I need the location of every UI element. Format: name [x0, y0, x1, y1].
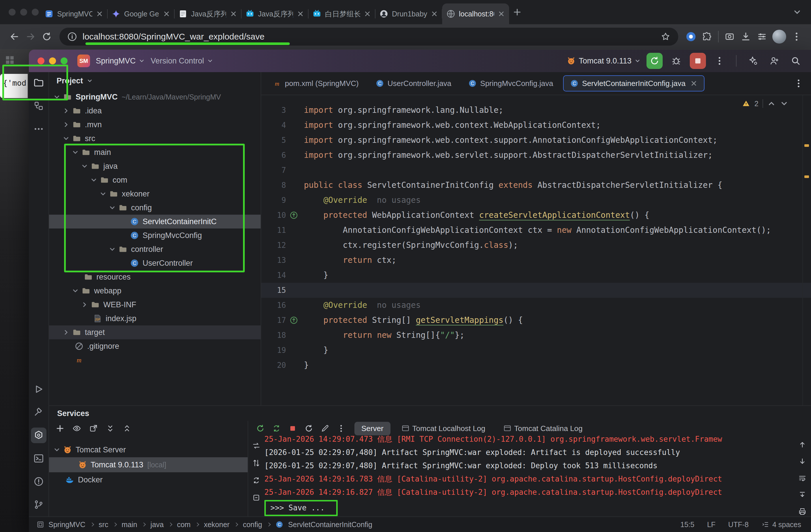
scroll-updown-button[interactable] [250, 457, 262, 469]
project-panel-header[interactable]: Project [49, 72, 261, 90]
run-button[interactable] [646, 53, 663, 69]
tree-item-config[interactable]: config [49, 201, 261, 215]
tree-item-partial[interactable]: m [49, 353, 261, 367]
project-switcher[interactable]: SpringMVC [96, 57, 145, 65]
browser-tab-drun1baby-javas[interactable]: Drun1baby/JavaS... [375, 3, 442, 24]
inspections-widget[interactable]: 2 [742, 99, 789, 108]
run-configuration-selector[interactable]: Tomcat 9.0.113 [567, 56, 641, 65]
code-line-17[interactable]: 17 protected String[] getServletMappings… [261, 313, 811, 328]
code-line-16[interactable]: 16 @Override no usages [261, 298, 811, 313]
scroll-to-end-button[interactable] [797, 489, 808, 501]
zoom-window-button[interactable] [32, 9, 39, 16]
downloads-button[interactable] [738, 29, 754, 45]
project-logo[interactable]: SM [77, 54, 90, 67]
console-output[interactable]: 25-Jan-2026 14:29:07.473 信息 [RMI TCP Con… [264, 433, 794, 516]
open-in-new-button[interactable] [87, 422, 101, 435]
chevron-right-icon[interactable] [62, 121, 70, 128]
tree-item-servletcontainerinitc[interactable]: CServletContainerInitC [49, 215, 261, 229]
code-editor[interactable]: 3import org.springframework.lang.Nullabl… [261, 95, 811, 405]
debug-button[interactable] [669, 53, 684, 69]
tree-item-docker[interactable]: Docker [49, 472, 248, 487]
tree-item-resources[interactable]: resources [49, 270, 261, 284]
breadcrumb-java[interactable]: java [150, 520, 164, 529]
close-window-button[interactable] [37, 58, 44, 64]
browser-tab-google-gemini[interactable]: Google Gemini [107, 3, 174, 24]
chevron-down-icon[interactable] [72, 148, 79, 156]
code-line-10[interactable]: 10 protected WebApplicationContext creat… [261, 208, 811, 223]
chevron-down-icon[interactable] [81, 162, 88, 170]
tree-item-springmvcconfig[interactable]: CSpringMvcConfig [49, 229, 261, 242]
expand-all-button[interactable] [103, 422, 117, 435]
tree-item-controller[interactable]: controller [49, 242, 261, 256]
run-tool-button[interactable] [31, 381, 46, 397]
tab-close-icon[interactable] [297, 10, 304, 18]
indent-setting[interactable]: 4 spaces [761, 520, 801, 529]
stop-button[interactable] [690, 53, 706, 69]
editor-scrollbar[interactable] [802, 95, 811, 405]
extension-action-button[interactable] [683, 29, 699, 45]
close-window-button[interactable] [9, 9, 16, 16]
tree-item-index-jsp[interactable]: JSPindex.jsp [49, 312, 261, 325]
chevron-right-icon[interactable] [81, 301, 88, 309]
tree-item-webapp[interactable]: webapp [49, 284, 261, 298]
chevron-down-icon[interactable] [72, 287, 79, 295]
ide-window-controls[interactable] [37, 58, 67, 64]
tree-item-main[interactable]: main [49, 145, 261, 159]
tree-item-web-inf[interactable]: WEB-INF [49, 298, 261, 312]
tab-close-icon[interactable] [364, 10, 371, 18]
breadcrumb-main[interactable]: main [122, 520, 137, 529]
tree-item-target[interactable]: target [49, 325, 261, 339]
chevron-right-icon[interactable] [62, 107, 70, 114]
tree-item-src[interactable]: src [49, 131, 261, 145]
zoom-window-button[interactable] [61, 58, 67, 64]
breadcrumb-config[interactable]: config [243, 520, 262, 529]
chevron-right-icon[interactable] [62, 329, 70, 336]
build-tool-button[interactable] [31, 405, 46, 420]
panel-toggle-button[interactable] [754, 29, 770, 45]
tab-close-icon[interactable] [230, 10, 237, 18]
code-line-7[interactable]: 7 [261, 163, 811, 178]
editor-tab-servletcontainerinitconfig-java[interactable]: CServletContainerInitConfig.java [563, 75, 704, 92]
editor-tab-springmvcconfig-java[interactable]: CSpringMvcConfig.java [461, 75, 560, 92]
line-separator[interactable]: LF [707, 520, 716, 529]
terminal-tool-button[interactable] [31, 451, 46, 466]
forward-button[interactable] [22, 29, 39, 45]
tab-close-icon[interactable] [498, 10, 505, 18]
minimize-window-button[interactable] [49, 58, 56, 64]
print-button[interactable] [797, 506, 808, 517]
project-tool-button[interactable] [31, 75, 46, 91]
chevron-down-icon[interactable] [62, 135, 70, 142]
cursor-position[interactable]: 15:5 [680, 520, 694, 529]
minimize-window-button[interactable] [20, 9, 27, 16]
chevron-down-icon[interactable] [99, 190, 107, 198]
site-info-icon[interactable] [67, 31, 77, 42]
breadcrumb-com[interactable]: com [177, 520, 190, 529]
editor-tab-pom-xml-springmvc[interactable]: mpom.xml (SpringMVC) [266, 75, 366, 92]
tree-item-idea[interactable]: .idea [49, 104, 261, 118]
problems-tool-button[interactable] [31, 474, 46, 489]
extensions-menu-button[interactable] [699, 29, 715, 45]
chevron-down-icon[interactable] [108, 204, 116, 212]
tab-close-icon[interactable] [690, 80, 698, 87]
ai-assistant-button[interactable] [745, 53, 761, 69]
tree-item-com[interactable]: com [49, 173, 261, 187]
code-line-5[interactable]: 5import org.springframework.web.context.… [261, 133, 811, 148]
browser-tab-java[interactable]: Java反序列化基础 [174, 3, 241, 24]
more-tool-windows-button[interactable] [31, 121, 46, 137]
tree-item-tomcat-9-0-113[interactable]: Tomcat 9.0.113[local] [49, 457, 248, 472]
browser-menu-button[interactable] [789, 29, 805, 45]
browser-tab-java[interactable]: Java反序列化漏洞 [241, 3, 308, 24]
code-line-13[interactable]: 13 return ctx; [261, 253, 811, 268]
profile-avatar[interactable] [772, 30, 786, 44]
url-text[interactable]: localhost:8080/SpringMVC_war_exploded/sa… [82, 32, 655, 42]
code-line-9[interactable]: 9 @Override no usages [261, 193, 811, 208]
code-line-15[interactable]: 15 [261, 283, 811, 298]
warning-mark[interactable] [805, 175, 809, 178]
code-line-12[interactable]: 12 ctx.register(SpringMvcConfig.class); [261, 238, 811, 253]
code-line-11[interactable]: 11 AnnotationConfigWebApplicationContext… [261, 223, 811, 238]
tab-search-button[interactable] [789, 4, 805, 20]
structure-tool-button[interactable] [31, 98, 46, 114]
warning-mark[interactable] [805, 144, 809, 147]
browser-window-controls[interactable] [9, 9, 39, 16]
back-button[interactable] [6, 29, 22, 45]
